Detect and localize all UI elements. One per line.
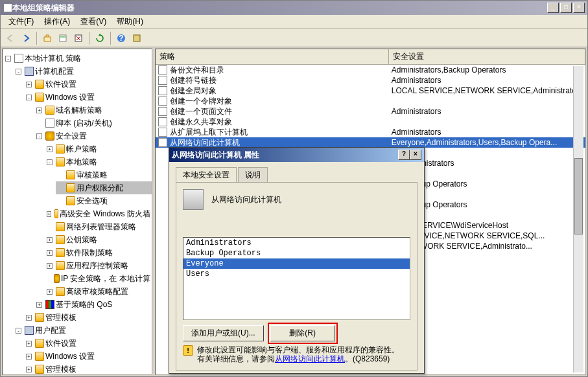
tree-qos[interactable]: +基于策略的 QoS xyxy=(35,298,152,311)
tree-public-key[interactable]: +公钥策略 xyxy=(45,233,152,246)
member-item[interactable]: Administrators xyxy=(183,238,410,248)
expander-icon[interactable]: - xyxy=(16,328,21,334)
col-security[interactable]: 安全设置 xyxy=(389,49,585,64)
tree-software-restrict[interactable]: +软件限制策略 xyxy=(45,246,152,259)
properties-button[interactable] xyxy=(130,31,144,45)
expander-icon[interactable]: + xyxy=(26,315,32,321)
dialog-help-button[interactable]: ? xyxy=(398,150,410,160)
security-setting: Administrators xyxy=(389,75,585,86)
expander-icon[interactable]: + xyxy=(36,108,42,113)
tree-name-resolution[interactable]: +域名解析策略 xyxy=(35,104,152,117)
tree-software-settings[interactable]: +软件设置 xyxy=(25,78,152,91)
tree-label: 管理模板 xyxy=(45,312,76,323)
dialog-close-button[interactable]: × xyxy=(410,150,421,160)
export-button[interactable] xyxy=(71,31,86,45)
member-list[interactable]: AdministratorsBackup OperatorsEveryoneUs… xyxy=(183,237,410,320)
scrollbar-thumb[interactable] xyxy=(574,158,583,234)
scrollbar[interactable] xyxy=(573,66,583,372)
expander-icon[interactable]: + xyxy=(26,82,32,87)
expander-icon[interactable]: + xyxy=(47,263,53,269)
expander-icon[interactable]: + xyxy=(26,354,32,360)
expander-icon[interactable]: - xyxy=(26,95,32,100)
tree-app-control[interactable]: +应用程序控制策略 xyxy=(45,259,152,272)
refresh-button[interactable] xyxy=(93,31,107,45)
tree-ip-sec[interactable]: IP 安全策略，在 本地计算 xyxy=(45,272,152,285)
tree-security-options[interactable]: 安全选项 xyxy=(56,194,152,207)
tree-label: 软件设置 xyxy=(45,337,76,349)
expander-icon[interactable]: + xyxy=(26,341,32,347)
tree-account-policies[interactable]: +帐户策略 xyxy=(45,143,152,155)
tree-audit-policy[interactable]: 审核策略 xyxy=(56,168,152,181)
tree-user-rights[interactable]: 用户权限分配 xyxy=(56,181,152,194)
minimize-button[interactable]: _ xyxy=(547,3,559,13)
tree-network-list[interactable]: 网络列表管理器策略 xyxy=(45,220,152,233)
up-button[interactable] xyxy=(40,31,54,45)
tree-label: 计算机配置 xyxy=(35,65,74,77)
window-buttons: _ □ × xyxy=(547,3,585,13)
policy-icon xyxy=(158,97,167,106)
maximize-button[interactable]: □ xyxy=(560,3,572,13)
expander-icon[interactable]: - xyxy=(5,56,11,62)
tree-u-software[interactable]: +软件设置 xyxy=(25,337,152,350)
expander-icon[interactable]: + xyxy=(47,146,53,152)
expander-icon[interactable]: + xyxy=(47,289,53,295)
list-row[interactable]: 创建一个令牌对象 xyxy=(156,96,585,106)
tree-root[interactable]: -本地计算机 策略 xyxy=(4,52,152,65)
tree-label: Windows 设置 xyxy=(45,91,95,103)
member-item[interactable]: Backup Operators xyxy=(183,248,410,258)
menu-view[interactable]: 查看(V) xyxy=(75,15,112,29)
tree-scripts[interactable]: 脚本 (启动/关机) xyxy=(35,117,152,130)
expander-icon[interactable]: + xyxy=(26,367,32,372)
help-button[interactable]: ? xyxy=(114,31,128,45)
dialog-tabs: 本地安全设置 说明 xyxy=(176,167,417,183)
tab-local-security[interactable]: 本地安全设置 xyxy=(176,167,237,183)
expander-icon[interactable]: + xyxy=(36,302,42,308)
expander-icon[interactable]: + xyxy=(47,250,53,256)
member-item[interactable]: Everyone xyxy=(183,258,410,269)
list-row[interactable]: 创建全局对象LOCAL SERVICE,NETWORK SERVICE,Admi… xyxy=(156,86,585,96)
tree-advanced-audit[interactable]: +高级审核策略配置 xyxy=(45,285,152,298)
tree-pane[interactable]: -本地计算机 策略 -计算机配置 +软件设置 -Windows 设置 +域名解 xyxy=(2,49,152,375)
tree-u-admin[interactable]: +管理模板 xyxy=(25,363,152,375)
tree-label: 用户配置 xyxy=(35,325,66,336)
expander-icon[interactable]: + xyxy=(47,211,51,217)
list-row[interactable]: 创建永久共享对象 xyxy=(156,117,585,127)
list-row[interactable]: 备份文件和目录Administrators,Backup Operators xyxy=(156,65,585,75)
expander-icon[interactable]: - xyxy=(47,159,53,165)
expander-icon[interactable]: - xyxy=(36,133,42,139)
list-row[interactable]: 创建一个页面文件Administrators xyxy=(156,106,585,117)
menu-file[interactable]: 文件(F) xyxy=(3,15,39,29)
list-row[interactable]: 从扩展坞上取下计算机Administrators xyxy=(156,127,585,137)
tree-user-config[interactable]: -用户配置 xyxy=(14,324,152,337)
note-link[interactable]: 从网络访问此计算机 xyxy=(275,354,345,363)
properties-dialog: 从网络访问此计算机 属性 ? × 本地安全设置 说明 从网络访问此计算机 Adm… xyxy=(169,147,425,374)
list-row[interactable]: 创建符号链接Administrators xyxy=(156,75,585,86)
policy-name: 创建永久共享对象 xyxy=(170,117,232,127)
warning-icon: ! xyxy=(183,345,193,356)
menu-help[interactable]: 帮助(H) xyxy=(112,15,148,29)
member-item[interactable]: Users xyxy=(183,269,410,279)
remove-button[interactable]: 删除(R) xyxy=(270,325,335,341)
tree-windows-settings[interactable]: -Windows 设置 xyxy=(25,91,152,104)
add-user-button[interactable]: 添加用户或组(U)... xyxy=(183,325,264,341)
close-button[interactable]: × xyxy=(573,3,585,13)
action-button[interactable] xyxy=(56,31,70,45)
col-policy[interactable]: 策略 xyxy=(156,49,389,64)
toolbar-separator xyxy=(89,32,89,45)
tree-label: 脚本 (启动/关机) xyxy=(56,117,112,129)
expander-icon[interactable]: + xyxy=(47,237,53,243)
tab-explain[interactable]: 说明 xyxy=(238,167,268,183)
menubar: 文件(F) 操作(A) 查看(V) 帮助(H) xyxy=(1,15,587,29)
list-row[interactable]: 从网络访问此计算机Everyone,Administrators,Users,B… xyxy=(156,137,585,148)
forward-button[interactable] xyxy=(19,31,33,45)
tree-computer-config[interactable]: -计算机配置 xyxy=(14,65,152,78)
tree-u-windows[interactable]: +Windows 设置 xyxy=(25,350,152,363)
tree-label: 本地计算机 策略 xyxy=(25,52,81,64)
expander-icon[interactable]: - xyxy=(16,69,21,74)
tree-security-settings[interactable]: -安全设置 xyxy=(35,130,152,143)
tree-local-policies[interactable]: -本地策略 xyxy=(45,155,152,168)
tree-advanced-fw[interactable]: +高级安全 Windows 防火墙 xyxy=(45,207,152,220)
tree-admin-templates[interactable]: +管理模板 xyxy=(25,311,152,324)
menu-action[interactable]: 操作(A) xyxy=(39,15,75,29)
tree-label: 本地策略 xyxy=(66,156,97,168)
